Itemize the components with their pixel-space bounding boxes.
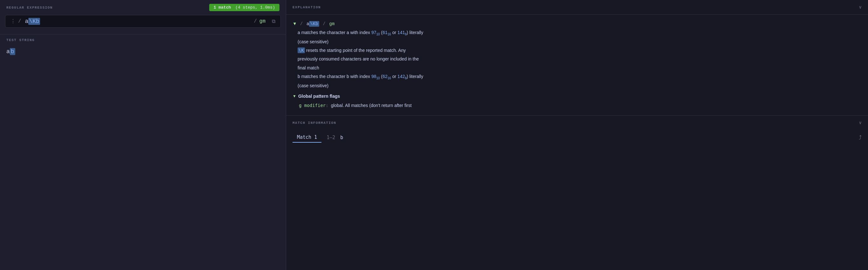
k-token: \K [298,48,305,53]
match-info-collapse-icon[interactable]: ∨ [859,120,862,126]
pattern-slash-left: / [300,21,303,26]
k-desc-2: previously consumed characters are no lo… [298,56,419,61]
b-case-text: (case sensitive) [298,83,329,88]
k-description-line-3: final match [298,64,862,72]
k-description-line-2: previously consumed characters are no lo… [298,55,862,63]
a-index-hex: 61 [382,30,388,35]
b-description-line: b matches the character b with index 981… [298,73,862,81]
regex-char-kb: \Kb [28,18,40,25]
b-index-hex-sub: 16 [388,76,391,80]
a-index-dec: 97 [371,30,376,35]
explanation-collapse-icon[interactable]: ∨ [859,4,862,10]
match-info-title: MATCH INFORMATION [292,121,336,125]
regex-flags[interactable]: gm [259,19,266,24]
b-case-sensitive: (case sensitive) [298,82,862,90]
match-details: (4 steps, 1.0ms) [235,5,275,10]
match-info-header: MATCH INFORMATION ∨ [286,115,868,130]
match-1-tab[interactable]: Match 1 [292,132,321,143]
pattern-slash-right: / [323,21,325,26]
g-modifier-desc: global. All matches (don't return after … [331,103,412,108]
b-index-hex: 62 [382,74,388,79]
explanation-header: EXPLANATION ∨ [286,0,868,15]
regex-bar: ⋮ / a\Kb / gm ⧉ [5,15,281,28]
match-value: b [340,135,343,140]
g-modifier-line: g modifier: global. All matches (don't r… [299,102,862,110]
regex-menu-icon[interactable]: ⋮ [10,18,16,25]
pattern-line: ▼ / a\Kb / gm [292,20,862,28]
b-index-oct: 142 [397,74,405,79]
regex-slash-left: / [18,19,21,24]
global-flags-chevron-icon[interactable]: ▼ [292,93,296,100]
regex-section: REGULAR EXPRESSION 1 match (4 steps, 1.0… [0,0,286,34]
test-string-section: TEST STRING ab [0,34,286,270]
b-index-dec: 98 [371,74,376,79]
explanation-body: ▼ / a\Kb / gm a matches the character a … [286,15,868,115]
b-desc-end: ) literally [407,74,423,79]
regex-char-a: a [25,18,29,25]
k-description-line-1: \K resets the starting point of the repo… [298,47,862,54]
k-desc-1: resets the starting point of the reporte… [306,48,406,53]
pattern-arrow-icon: ▼ [292,21,297,26]
b-or: or [392,74,397,79]
k-desc-3: final match [298,65,319,70]
global-flags-title-line: ▼ Global pattern flags [292,92,862,100]
a-desc-end: ) literally [407,30,423,35]
a-desc-text: a matches the character a with index [298,30,371,35]
explanation-title: EXPLANATION [292,5,321,9]
match-tab-label: Match 1 [297,134,317,140]
b-desc-text: b matches the character b with index [298,74,371,79]
test-char-a: a [6,48,10,55]
regex-slash-right: / [254,19,257,24]
test-char-b-highlight: b [10,48,15,55]
regex-pattern[interactable]: a\Kb [25,18,253,25]
a-index-oct: 141 [397,30,405,35]
a-case-text: (case sensitive) [298,39,329,44]
pattern-flags-display: gm [330,21,335,26]
pattern-display-kb: \Kb [309,21,319,27]
left-panel: REGULAR EXPRESSION 1 match (4 steps, 1.0… [0,0,286,270]
g-modifier-text: g modifier [299,103,326,108]
export-button[interactable]: ⤴ [859,134,862,141]
test-string-header: TEST STRING [0,34,286,45]
global-flags-section: ▼ Global pattern flags g modifier: globa… [292,92,862,110]
a-or: or [392,30,397,35]
match-badge: 1 match (4 steps, 1.0ms) [209,4,279,11]
a-index-dec-sub: 10 [376,32,380,36]
a-description-line: a matches the character a with index 971… [298,29,862,37]
a-case-sensitive: (case sensitive) [298,38,862,46]
g-modifier-colon: : [326,103,328,108]
right-panel: EXPLANATION ∨ ▼ / a\Kb / gm a matches th… [286,0,868,270]
global-flags-label: Global pattern flags [298,92,340,100]
test-string-content[interactable]: ab [0,45,286,59]
match-range: 1–2 [327,135,335,140]
regex-section-header: REGULAR EXPRESSION [6,6,53,9]
match-count: 1 match [214,5,231,10]
copy-button[interactable]: ⧉ [272,19,275,25]
a-index-hex-sub: 16 [388,32,391,36]
b-index-dec-sub: 10 [376,76,380,80]
match-info-body: Match 1 1–2 b ⤴ [286,130,868,148]
